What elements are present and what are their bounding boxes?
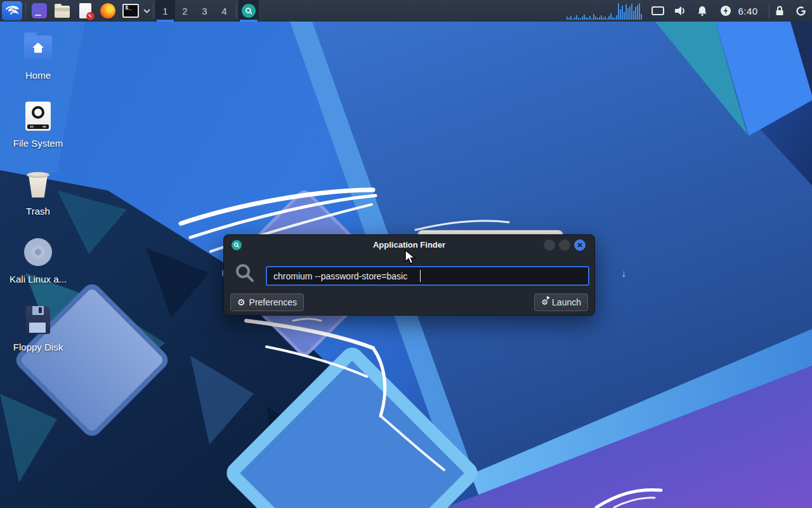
cpu-graph-bar	[618, 3, 619, 20]
folder-icon	[55, 6, 70, 18]
magnifier-badge-icon	[242, 4, 256, 18]
window-title: Application Finder	[224, 240, 594, 250]
workspace-1[interactable]: 1	[155, 0, 175, 22]
panel-separator	[153, 3, 154, 18]
panel-separator	[25, 3, 26, 18]
cpu-graph-bar	[635, 7, 636, 20]
cpu-graph-bar	[605, 17, 606, 20]
preferences-button[interactable]: ⚙ Preferences	[230, 293, 304, 311]
cpu-graph-bar	[616, 15, 617, 20]
firefox-icon	[100, 3, 115, 18]
cpu-graph-bar	[641, 14, 642, 20]
cpu-graph-bar	[589, 16, 591, 20]
desktop-icon-home[interactable]: Home	[8, 33, 69, 81]
workspace-4[interactable]: 4	[214, 0, 234, 22]
cpu-graph-bar	[568, 18, 570, 20]
firefox-launcher[interactable]	[98, 1, 118, 20]
volume-icon[interactable]	[672, 0, 688, 22]
dashboard-launcher[interactable]	[29, 1, 49, 20]
whisker-menu-button[interactable]	[2, 1, 22, 20]
home-folder-icon	[23, 33, 53, 64]
cpu-graph-bar	[603, 18, 604, 20]
top-panel: ✎ $_ 1 2 3 4	[0, 0, 812, 22]
desktop-icon-kali-disc[interactable]: Kali Linux a...	[8, 237, 69, 284]
maximize-button[interactable]	[559, 239, 570, 251]
launcher-chevron-down-icon[interactable]	[142, 1, 151, 20]
workspace-3[interactable]: 3	[195, 0, 214, 22]
cpu-graph-bar	[601, 15, 602, 20]
preferences-label: Preferences	[249, 297, 297, 307]
terminal-icon: $_	[122, 4, 139, 18]
lock-screen-icon[interactable]	[771, 0, 788, 22]
cpu-graph-bar	[625, 4, 627, 20]
launch-arrow-icon	[547, 296, 550, 300]
display-tray-icon[interactable]	[649, 0, 667, 22]
clock[interactable]: 6:40	[733, 0, 763, 22]
cpu-graph-bar	[622, 6, 623, 20]
cpu-graph-bar	[597, 18, 598, 20]
cpu-graph-bar	[587, 18, 589, 20]
cpu-graph-bar	[629, 6, 631, 20]
desktop-icon-trash[interactable]: Trash	[8, 169, 69, 217]
cpu-graph-bar	[639, 3, 640, 20]
cpu-graph-bar	[576, 15, 577, 20]
optical-disc-icon	[23, 237, 53, 267]
close-button[interactable]: ✕	[574, 239, 586, 251]
edit-badge-icon: ✎	[86, 12, 95, 20]
document-edit-icon: ✎	[79, 3, 91, 18]
minimize-button[interactable]	[544, 239, 555, 251]
cpu-graph-bar	[624, 12, 625, 20]
search-icon	[235, 263, 256, 284]
terminal-launcher[interactable]: $_	[121, 1, 141, 20]
desktop-icon-filesystem[interactable]: File System	[8, 101, 69, 149]
cpu-graph-bar	[566, 17, 568, 20]
logout-session-icon[interactable]	[792, 0, 809, 22]
cpu-graph-bar	[582, 17, 583, 20]
kali-dragon-icon	[4, 3, 20, 19]
cpu-graph-bar	[572, 18, 573, 20]
desktop-icon-label: File System	[8, 138, 69, 149]
cpu-graph-bar	[595, 17, 596, 20]
launch-label: Launch	[552, 297, 581, 307]
command-input[interactable]	[266, 266, 589, 286]
workspace-2[interactable]: 2	[175, 0, 195, 22]
launch-button[interactable]: ⚙ Launch	[534, 293, 588, 311]
panel-separator	[236, 3, 237, 18]
cpu-graph-bar	[627, 8, 629, 20]
kali-desktop: Home File System Trash Kali Linux a...	[0, 0, 812, 508]
text-caret	[420, 270, 421, 282]
dropdown-arrow-icon[interactable]: ↓	[617, 268, 630, 279]
power-manager-icon[interactable]	[717, 0, 734, 22]
desktop-icon-floppy[interactable]: Floppy Disk	[8, 305, 69, 352]
desktop-icon-label: Floppy Disk	[8, 342, 69, 352]
cpu-graph-bar	[580, 18, 581, 20]
desktop-icon-label: Kali Linux a...	[8, 274, 69, 284]
cpu-graph-bar	[614, 18, 615, 20]
desktop-icon-label: Home	[8, 70, 69, 81]
cpu-graph-bar	[633, 11, 634, 20]
panel-separator	[769, 3, 769, 18]
cpu-graph[interactable]	[566, 3, 643, 20]
cpu-graph-bar	[593, 14, 594, 20]
hard-drive-icon	[23, 101, 53, 131]
cpu-graph-bar	[599, 17, 600, 20]
cpu-graph-bar	[620, 10, 621, 20]
purple-window-icon	[32, 3, 47, 18]
cpu-graph-bar	[612, 17, 613, 20]
trash-bin-icon	[23, 169, 53, 199]
text-editor-launcher[interactable]: ✎	[75, 1, 95, 20]
cpu-graph-bar	[637, 5, 638, 20]
cpu-graph-bar	[610, 13, 612, 20]
cpu-graph-bar	[591, 18, 593, 20]
notifications-bell-icon[interactable]	[694, 0, 710, 22]
file-manager-launcher[interactable]	[52, 1, 72, 20]
cpu-graph-bar	[578, 18, 579, 20]
taskbar-appfinder-button[interactable]	[239, 0, 259, 22]
cpu-graph-bar	[584, 15, 585, 20]
desktop-icon-label: Trash	[8, 206, 69, 217]
application-finder-window: Application Finder ✕ ↓ ⚙ Preferences ⚙ L…	[223, 234, 595, 316]
cpu-graph-bar	[631, 4, 632, 20]
cpu-graph-bar	[608, 16, 610, 20]
floppy-disk-icon	[23, 305, 53, 335]
cpu-graph-bar	[606, 18, 608, 20]
